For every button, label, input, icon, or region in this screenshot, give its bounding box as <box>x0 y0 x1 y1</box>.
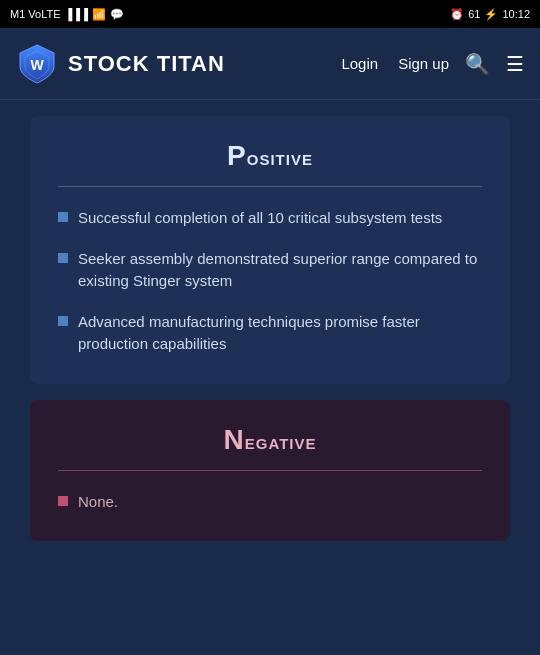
signup-link[interactable]: Sign up <box>398 55 449 72</box>
carrier-text: M1 VoLTE <box>10 8 61 20</box>
logo-icon: W <box>16 43 58 85</box>
negative-bullet-icon-1 <box>58 496 68 506</box>
status-left: M1 VoLTE ▐▐▐ 📶 💬 <box>10 8 124 21</box>
bullet-icon-2 <box>58 253 68 263</box>
positive-item-1-text: Successful completion of all 10 critical… <box>78 207 442 230</box>
positive-title-first: P <box>227 140 247 171</box>
negative-section: Negative None. <box>30 400 510 542</box>
battery-text: 61 <box>468 8 480 20</box>
positive-section: Positive Successful completion of all 10… <box>30 116 510 384</box>
negative-item-1: None. <box>58 491 482 514</box>
main-content: Positive Successful completion of all 10… <box>0 100 540 655</box>
positive-title: Positive <box>58 140 482 172</box>
signal-icon: ▐▐▐ <box>65 8 88 20</box>
negative-bullet-list: None. <box>58 491 482 514</box>
positive-item-2: Seeker assembly demonstrated superior ra… <box>58 248 482 293</box>
positive-divider <box>58 186 482 187</box>
positive-bullet-list: Successful completion of all 10 critical… <box>58 207 482 356</box>
nav-icons: 🔍 ☰ <box>465 52 524 76</box>
negative-title-rest: egative <box>245 429 317 454</box>
header: W STOCK TITAN Login Sign up 🔍 ☰ <box>0 28 540 100</box>
negative-title: Negative <box>58 424 482 456</box>
negative-divider <box>58 470 482 471</box>
logo-text: STOCK TITAN <box>68 51 225 77</box>
menu-button[interactable]: ☰ <box>506 52 524 76</box>
positive-item-3: Advanced manufacturing techniques promis… <box>58 311 482 356</box>
bolt-icon: ⚡ <box>484 8 498 21</box>
time-text: 10:12 <box>502 8 530 20</box>
whatsapp-icon: 💬 <box>110 8 124 21</box>
negative-item-1-text: None. <box>78 491 118 514</box>
bullet-icon-1 <box>58 212 68 222</box>
login-link[interactable]: Login <box>341 55 378 72</box>
nav-links: Login Sign up <box>341 55 449 72</box>
bullet-icon-3 <box>58 316 68 326</box>
logo-area: W STOCK TITAN <box>16 43 341 85</box>
svg-text:W: W <box>30 57 44 73</box>
search-button[interactable]: 🔍 <box>465 52 490 76</box>
alarm-icon: ⏰ <box>450 8 464 21</box>
wifi-icon: 📶 <box>92 8 106 21</box>
positive-item-2-text: Seeker assembly demonstrated superior ra… <box>78 248 482 293</box>
negative-title-first: N <box>224 424 245 455</box>
status-right: ⏰ 61 ⚡ 10:12 <box>450 8 530 21</box>
positive-item-3-text: Advanced manufacturing techniques promis… <box>78 311 482 356</box>
positive-item-1: Successful completion of all 10 critical… <box>58 207 482 230</box>
status-bar: M1 VoLTE ▐▐▐ 📶 💬 ⏰ 61 ⚡ 10:12 <box>0 0 540 28</box>
positive-title-rest: ositive <box>247 145 313 170</box>
